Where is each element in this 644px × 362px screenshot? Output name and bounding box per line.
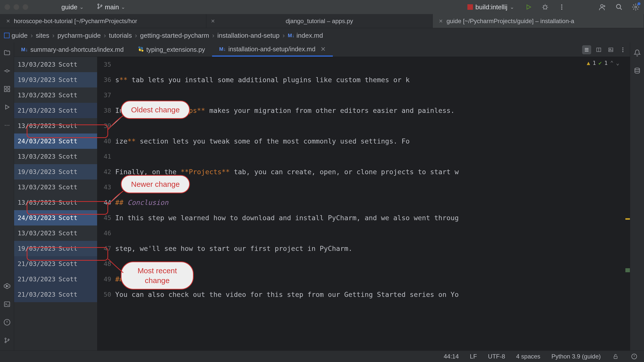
blame-row[interactable]: 24/03/2023 Scott: [14, 133, 97, 149]
code-content[interactable]: ▲1 ✔1 ⌃ ⌄ s** tab lets you install some …: [115, 57, 625, 350]
window-tab[interactable]: ✕ django_tutorial – apps.py: [206, 14, 433, 28]
problems-icon[interactable]: [630, 353, 638, 360]
more-icon[interactable]: [558, 3, 566, 11]
line-number[interactable]: 47: [97, 241, 115, 256]
editor-view-source-button[interactable]: [582, 45, 591, 54]
run-button[interactable]: [525, 3, 532, 11]
code-line[interactable]: In this step we learned how to download …: [115, 210, 618, 225]
line-number[interactable]: 50: [97, 287, 115, 302]
line-number[interactable]: 49: [97, 272, 115, 287]
lock-icon[interactable]: [612, 353, 619, 360]
breadcrumb-item[interactable]: guide: [4, 32, 28, 39]
blame-row[interactable]: 21/03/2023 Scott: [14, 287, 97, 302]
editor-view-preview-button[interactable]: [606, 45, 615, 54]
line-number[interactable]: 38: [97, 103, 115, 118]
branch-selector[interactable]: main ⌄: [97, 3, 125, 11]
line-number[interactable]: 41: [97, 149, 115, 164]
editor-view-split-button[interactable]: [594, 45, 603, 54]
code-line[interactable]: step, we'll see how to start our first p…: [115, 241, 618, 256]
close-icon[interactable]: ✕: [6, 18, 10, 24]
chevron-up-icon[interactable]: ⌃: [610, 60, 614, 66]
editor-body[interactable]: 13/03/2023 Scott19/03/2023 Scott13/03/20…: [14, 57, 630, 350]
inspections-widget[interactable]: ▲1 ✔1 ⌃ ⌄: [587, 60, 620, 66]
zoom-window[interactable]: [23, 4, 28, 10]
blame-row[interactable]: 19/03/2023 Scott: [14, 72, 97, 87]
run-config-selector[interactable]: build:intellij ⌄: [467, 3, 514, 11]
close-window[interactable]: [5, 4, 10, 10]
code-line[interactable]: Installing **Keymaps** makes your migrat…: [115, 103, 618, 118]
code-line[interactable]: [115, 118, 618, 133]
line-number[interactable]: 48: [97, 256, 115, 272]
blame-row[interactable]: 19/03/2023 Scott: [14, 241, 97, 256]
window-tab-active[interactable]: ✕ guide [~/PycharmProjects/guide] – inst…: [433, 14, 644, 28]
blame-row[interactable]: 21/03/2023 Scott: [14, 272, 97, 287]
indent-setting[interactable]: 4 spaces: [516, 353, 540, 360]
line-number[interactable]: 45: [97, 210, 115, 225]
notifications-icon[interactable]: [633, 49, 641, 57]
blame-row[interactable]: 13/03/2023 Scott: [14, 179, 97, 195]
blame-row[interactable]: 19/03/2023 Scott: [14, 164, 97, 179]
problems-tool-icon[interactable]: [3, 318, 11, 326]
window-tab[interactable]: ✕ horoscope-bot-tutorial [~/PycharmProje…: [0, 14, 206, 28]
code-line[interactable]: [115, 149, 618, 164]
line-number[interactable]: 36: [97, 72, 115, 87]
blame-row[interactable]: 13/03/2023 Scott: [14, 57, 97, 72]
breadcrumb-item[interactable]: tutorials: [109, 32, 132, 39]
close-icon[interactable]: ✕: [211, 18, 215, 24]
close-icon[interactable]: ✕: [439, 18, 443, 24]
line-separator[interactable]: LF: [470, 353, 477, 360]
line-number[interactable]: 42: [97, 164, 115, 179]
commit-tool-icon[interactable]: [3, 67, 11, 75]
line-number[interactable]: 40: [97, 133, 115, 149]
blame-row[interactable]: 21/03/2023 Scott: [14, 256, 97, 272]
breadcrumb-item[interactable]: sites: [36, 32, 49, 39]
services-tool-icon[interactable]: [3, 103, 11, 111]
vcs-tool-icon[interactable]: [3, 336, 11, 344]
vertical-scrollbar[interactable]: [625, 57, 630, 350]
git-blame-column[interactable]: 13/03/2023 Scott19/03/2023 Scott13/03/20…: [14, 57, 97, 350]
code-line[interactable]: You can also check out the video for thi…: [115, 287, 618, 302]
code-line[interactable]: Finally, on the **Projects** tab, you ca…: [115, 164, 618, 179]
run-tool-icon[interactable]: [3, 282, 11, 290]
line-number[interactable]: 39: [97, 118, 115, 133]
code-line[interactable]: s** tab lets you install some additional…: [115, 72, 618, 87]
breadcrumb-item[interactable]: getting-started-pycharm: [140, 32, 209, 39]
project-selector[interactable]: guide ⌄: [61, 3, 84, 11]
debug-button[interactable]: [541, 3, 549, 11]
editor-tab[interactable]: typing_extensions.py: [131, 43, 212, 57]
interpreter[interactable]: Python 3.9 (guide): [551, 353, 601, 360]
line-number[interactable]: 44: [97, 195, 115, 210]
code-line[interactable]: [115, 87, 618, 103]
line-number[interactable]: 37: [97, 87, 115, 103]
more-tool-icon[interactable]: ⋯: [3, 121, 11, 129]
search-icon[interactable]: [615, 3, 623, 11]
chevron-down-icon[interactable]: ⌄: [616, 60, 619, 66]
blame-row[interactable]: 21/03/2023 Scott: [14, 103, 97, 118]
close-icon[interactable]: ✕: [320, 46, 326, 53]
code-line[interactable]: [115, 225, 618, 241]
cursor-position[interactable]: 44:14: [444, 353, 459, 360]
line-number[interactable]: 46: [97, 225, 115, 241]
more-icon[interactable]: [618, 45, 627, 54]
blame-row[interactable]: 13/03/2023 Scott: [14, 118, 97, 133]
structure-tool-icon[interactable]: [3, 85, 11, 93]
database-tool-icon[interactable]: [633, 67, 641, 75]
breadcrumb-item[interactable]: pycharm-guide: [57, 32, 101, 39]
line-number-gutter[interactable]: 35363738394041424344454647484950: [97, 57, 115, 350]
terminal-tool-icon[interactable]: [3, 300, 11, 308]
blame-row[interactable]: 13/03/2023 Scott: [14, 195, 97, 210]
minimize-window[interactable]: [14, 4, 19, 10]
settings-icon[interactable]: [632, 3, 639, 11]
blame-row[interactable]: 13/03/2023 Scott: [14, 225, 97, 241]
code-line[interactable]: ## Conclusion: [115, 195, 618, 210]
code-line[interactable]: ize** section lets you tweak some of the…: [115, 133, 618, 149]
blame-row[interactable]: 24/03/2023 Scott: [14, 210, 97, 225]
line-number[interactable]: 35: [97, 57, 115, 72]
breadcrumb-item[interactable]: M↓index.md: [288, 32, 323, 39]
code-line[interactable]: [115, 57, 618, 72]
breadcrumb-item[interactable]: installation-and-setup: [217, 32, 279, 39]
line-number[interactable]: 43: [97, 179, 115, 195]
code-line[interactable]: [115, 179, 618, 195]
code-with-me-icon[interactable]: [599, 3, 606, 11]
blame-row[interactable]: 13/03/2023 Scott: [14, 87, 97, 103]
